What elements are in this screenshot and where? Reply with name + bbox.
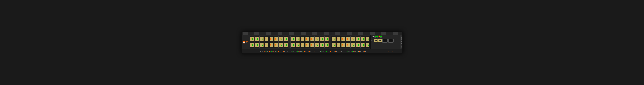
- port-46-link-indicator: [362, 46, 362, 46]
- logo-panel: m mylinking TM: [242, 35, 249, 49]
- port-3-tx-indicator: [266, 38, 266, 39]
- port-10-link-indicator: [260, 46, 262, 46]
- port-3-rx-indicator: [267, 38, 268, 39]
- port-21-act-indicator: [318, 39, 318, 40]
- port-17-link-indicator: [296, 39, 297, 40]
- port-34-rx-indicator: [344, 38, 344, 39]
- port-10-rx-indicator: [262, 44, 263, 45]
- sfp-port-35: [346, 36, 350, 42]
- port-25-rx-indicator: [298, 44, 299, 45]
- port-43-rx-indicator: [348, 44, 349, 45]
- port-row-bot-32-47: [331, 42, 370, 48]
- port-2-tx-indicator: [260, 38, 262, 39]
- sys-led-label: SYS: [375, 37, 376, 38]
- sfp-port-28: [310, 42, 314, 48]
- port-22-act-indicator: [322, 39, 323, 40]
- port-9-number: 9: [272, 51, 273, 52]
- sfp-port-43: [346, 42, 350, 48]
- port-15-link-indicator: [285, 46, 286, 46]
- port-22-rx-indicator: [322, 38, 323, 39]
- port-40-rx-indicator: [334, 44, 335, 45]
- mgmt-sfp-port-1: [378, 39, 382, 42]
- port-37-act-indicator: [358, 39, 359, 40]
- port-41-down-arrow: ▼: [352, 51, 353, 52]
- port-29-rx-indicator: [318, 44, 318, 45]
- ps2-led-indicator: [379, 36, 380, 37]
- port-4-number: 4: [260, 51, 261, 52]
- port-5-rx-indicator: [276, 38, 277, 39]
- port-20-tx-indicator: [311, 38, 312, 39]
- port-43-act-indicator: [348, 46, 349, 46]
- port-1-link-indicator: [256, 39, 256, 40]
- port-39-act-indicator: [368, 39, 369, 40]
- port-38-act-indicator: [363, 39, 364, 40]
- sys-led: SYS: [375, 36, 376, 38]
- port-27-link-indicator: [306, 46, 307, 46]
- port-44-link-indicator: [352, 46, 353, 46]
- port-13-rx-indicator: [276, 44, 277, 45]
- sfp-port-27: [305, 42, 310, 48]
- port-label-pair-8: ▲8▼9: [268, 51, 273, 52]
- fan-led-indicator: [380, 36, 382, 37]
- port-44-up-arrow: ▲: [359, 51, 360, 52]
- port-8-up-arrow: ▲: [269, 51, 270, 52]
- port-27-tx-indicator: [306, 44, 307, 45]
- sfp-port-8: [250, 42, 254, 48]
- port-46-act-indicator: [363, 46, 364, 46]
- port-39-down-arrow: ▼: [347, 51, 348, 52]
- port-18-up-arrow: ▲: [294, 51, 295, 52]
- port-31-tx-indicator: [326, 44, 326, 45]
- fan-led: FAN: [380, 36, 382, 38]
- rsi-led: RSI: [377, 36, 378, 38]
- rj45-hole-0: [383, 40, 387, 42]
- port-35-rx-indicator: [348, 38, 349, 39]
- port-18-act-indicator: [303, 39, 304, 40]
- port-row-top-32-47: [331, 36, 370, 42]
- port-10-up-arrow: ▲: [273, 51, 274, 52]
- port-38-rx-indicator: [363, 38, 364, 39]
- port-28-up-arrow: ▲: [318, 51, 320, 52]
- port-6-up-arrow: ▲: [264, 51, 265, 52]
- port-4-up-arrow: ▲: [259, 51, 260, 52]
- port-9-link-indicator: [256, 46, 256, 46]
- port-0-number: 0: [251, 51, 251, 52]
- port-label-pair-42: ▲42▼43: [354, 51, 359, 52]
- port-32-link-indicator: [332, 39, 333, 40]
- port-18-tx-indicator: [302, 38, 302, 39]
- port-30-tx-indicator: [321, 44, 322, 45]
- port-40-act-indicator: [334, 46, 335, 46]
- port-9-tx-indicator: [256, 44, 256, 45]
- port-32-number: 32: [331, 51, 332, 52]
- bottom-right-arrow-2: ▲: [388, 50, 389, 52]
- port-2-link-indicator: [260, 39, 262, 40]
- port-22-number: 22: [305, 51, 306, 52]
- port-30-number: 30: [324, 51, 326, 52]
- port-24-up-arrow: ▲: [309, 51, 310, 52]
- sfp-port-20: [310, 36, 314, 42]
- port-0-link-indicator: [251, 39, 252, 40]
- port-7-number: 7: [267, 51, 268, 52]
- sys-led-indicator: [375, 36, 376, 37]
- port-16-rx-indicator: [293, 38, 294, 39]
- port-40-tx-indicator: [332, 44, 333, 45]
- bottom-separator-30: [328, 51, 330, 52]
- port-45-link-indicator: [357, 46, 358, 46]
- port-11-link-indicator: [266, 46, 266, 46]
- port-7-tx-indicator: [285, 38, 286, 39]
- rst-button[interactable]: RST: [371, 36, 375, 38]
- port-label-pair-2: ▲2▼3: [254, 51, 259, 52]
- port-6-number: 6: [265, 51, 266, 52]
- vent-top: [242, 32, 402, 35]
- port-46-rx-indicator: [363, 44, 364, 45]
- sfp-port-10: [259, 42, 264, 48]
- port-21-tx-indicator: [316, 38, 317, 39]
- port-26-link-indicator: [302, 46, 302, 46]
- port-group-16-31: [290, 36, 329, 48]
- port-38-number: 38: [346, 51, 347, 52]
- port-1-rx-indicator: [257, 38, 258, 39]
- port-9-down-arrow: ▼: [271, 51, 272, 52]
- port-27-down-arrow: ▼: [316, 51, 318, 52]
- port-39-rx-indicator: [368, 38, 369, 39]
- port-18-rx-indicator: [303, 38, 304, 39]
- sfp-port-0: [250, 36, 254, 42]
